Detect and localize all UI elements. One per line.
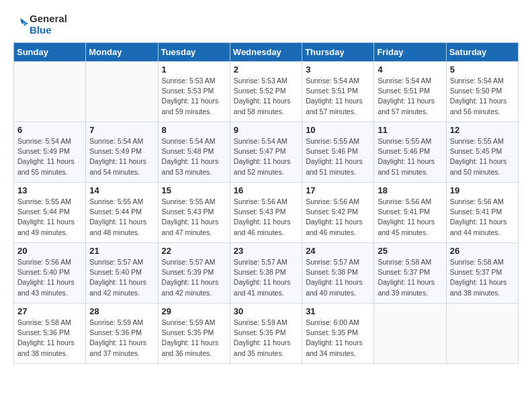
day-number: 28 <box>89 306 154 316</box>
day-info: Sunrise: 5:57 AM Sunset: 5:39 PM Dayligh… <box>162 257 226 298</box>
logo-blue: Blue <box>30 25 67 36</box>
day-of-week-header: Friday <box>374 43 446 62</box>
calendar-week-row: 6Sunrise: 5:54 AM Sunset: 5:49 PM Daylig… <box>14 122 519 183</box>
day-of-week-header: Thursday <box>302 43 374 62</box>
day-number: 3 <box>306 64 370 75</box>
day-number: 19 <box>450 185 515 195</box>
calendar-week-row: 13Sunrise: 5:55 AM Sunset: 5:44 PM Dayli… <box>14 183 519 243</box>
calendar-cell: 7Sunrise: 5:54 AM Sunset: 5:49 PM Daylig… <box>86 122 158 183</box>
day-info: Sunrise: 5:56 AM Sunset: 5:43 PM Dayligh… <box>234 197 298 238</box>
calendar-cell <box>14 62 86 122</box>
calendar-cell: 15Sunrise: 5:55 AM Sunset: 5:43 PM Dayli… <box>158 183 230 243</box>
calendar-cell: 1Sunrise: 5:53 AM Sunset: 5:53 PM Daylig… <box>158 62 230 122</box>
calendar-cell: 6Sunrise: 5:54 AM Sunset: 5:49 PM Daylig… <box>14 122 86 183</box>
day-of-week-header: Tuesday <box>158 43 230 62</box>
calendar-cell: 17Sunrise: 5:56 AM Sunset: 5:42 PM Dayli… <box>302 183 374 243</box>
day-number: 17 <box>306 185 370 195</box>
day-info: Sunrise: 5:58 AM Sunset: 5:36 PM Dayligh… <box>17 318 82 359</box>
calendar-cell: 5Sunrise: 5:54 AM Sunset: 5:50 PM Daylig… <box>446 62 518 122</box>
day-number: 20 <box>17 246 82 256</box>
calendar-cell: 13Sunrise: 5:55 AM Sunset: 5:44 PM Dayli… <box>14 183 86 243</box>
day-number: 12 <box>450 125 515 135</box>
calendar-week-row: 27Sunrise: 5:58 AM Sunset: 5:36 PM Dayli… <box>14 304 519 364</box>
day-number: 2 <box>234 64 298 75</box>
calendar-week-row: 1Sunrise: 5:53 AM Sunset: 5:53 PM Daylig… <box>14 62 519 122</box>
day-info: Sunrise: 5:57 AM Sunset: 5:38 PM Dayligh… <box>306 257 370 298</box>
calendar-cell: 22Sunrise: 5:57 AM Sunset: 5:39 PM Dayli… <box>158 243 230 304</box>
day-info: Sunrise: 5:59 AM Sunset: 5:35 PM Dayligh… <box>234 318 298 359</box>
calendar-cell: 29Sunrise: 5:59 AM Sunset: 5:35 PM Dayli… <box>158 304 230 364</box>
day-number: 5 <box>450 64 515 75</box>
calendar-cell: 21Sunrise: 5:57 AM Sunset: 5:40 PM Dayli… <box>86 243 158 304</box>
day-info: Sunrise: 5:54 AM Sunset: 5:50 PM Dayligh… <box>450 76 515 117</box>
day-info: Sunrise: 5:54 AM Sunset: 5:51 PM Dayligh… <box>306 76 370 117</box>
day-number: 23 <box>234 246 298 256</box>
calendar-cell <box>446 304 518 364</box>
calendar-cell: 28Sunrise: 5:59 AM Sunset: 5:36 PM Dayli… <box>86 304 158 364</box>
day-number: 21 <box>89 246 154 256</box>
day-info: Sunrise: 5:55 AM Sunset: 5:44 PM Dayligh… <box>17 197 82 238</box>
calendar-week-row: 20Sunrise: 5:56 AM Sunset: 5:40 PM Dayli… <box>14 243 519 304</box>
calendar-cell: 25Sunrise: 5:58 AM Sunset: 5:37 PM Dayli… <box>374 243 446 304</box>
calendar-cell: 3Sunrise: 5:54 AM Sunset: 5:51 PM Daylig… <box>302 62 374 122</box>
day-info: Sunrise: 5:55 AM Sunset: 5:44 PM Dayligh… <box>89 197 154 238</box>
day-info: Sunrise: 5:53 AM Sunset: 5:53 PM Dayligh… <box>162 76 226 117</box>
calendar-cell: 16Sunrise: 5:56 AM Sunset: 5:43 PM Dayli… <box>230 183 302 243</box>
day-info: Sunrise: 5:54 AM Sunset: 5:47 PM Dayligh… <box>234 136 298 177</box>
calendar-cell: 8Sunrise: 5:54 AM Sunset: 5:48 PM Daylig… <box>158 122 230 183</box>
calendar-cell: 30Sunrise: 5:59 AM Sunset: 5:35 PM Dayli… <box>230 304 302 364</box>
day-number: 4 <box>378 64 442 75</box>
day-info: Sunrise: 5:55 AM Sunset: 5:46 PM Dayligh… <box>378 136 442 177</box>
calendar-cell: 31Sunrise: 6:00 AM Sunset: 5:35 PM Dayli… <box>302 304 374 364</box>
day-number: 7 <box>89 125 154 135</box>
day-info: Sunrise: 5:59 AM Sunset: 5:35 PM Dayligh… <box>162 318 226 359</box>
day-number: 30 <box>234 306 298 316</box>
calendar-body: 1Sunrise: 5:53 AM Sunset: 5:53 PM Daylig… <box>14 62 519 364</box>
day-info: Sunrise: 5:55 AM Sunset: 5:45 PM Dayligh… <box>450 136 515 177</box>
calendar-cell: 20Sunrise: 5:56 AM Sunset: 5:40 PM Dayli… <box>14 243 86 304</box>
calendar-cell: 10Sunrise: 5:55 AM Sunset: 5:46 PM Dayli… <box>302 122 374 183</box>
day-number: 15 <box>162 185 226 195</box>
day-of-week-header: Saturday <box>446 43 518 62</box>
day-number: 1 <box>162 64 226 75</box>
day-info: Sunrise: 5:54 AM Sunset: 5:51 PM Dayligh… <box>378 76 442 117</box>
day-number: 26 <box>450 246 515 256</box>
day-number: 10 <box>306 125 370 135</box>
day-number: 29 <box>162 306 226 316</box>
day-info: Sunrise: 5:55 AM Sunset: 5:46 PM Dayligh… <box>306 136 370 177</box>
calendar-cell <box>86 62 158 122</box>
day-info: Sunrise: 5:54 AM Sunset: 5:48 PM Dayligh… <box>162 136 226 177</box>
calendar-cell: 4Sunrise: 5:54 AM Sunset: 5:51 PM Daylig… <box>374 62 446 122</box>
day-number: 27 <box>17 306 82 316</box>
day-of-week-header: Wednesday <box>230 43 302 62</box>
calendar-cell: 24Sunrise: 5:57 AM Sunset: 5:38 PM Dayli… <box>302 243 374 304</box>
day-info: Sunrise: 5:57 AM Sunset: 5:38 PM Dayligh… <box>234 257 298 298</box>
day-number: 6 <box>17 125 82 135</box>
day-number: 25 <box>378 246 442 256</box>
day-info: Sunrise: 5:58 AM Sunset: 5:37 PM Dayligh… <box>378 257 442 298</box>
day-info: Sunrise: 5:54 AM Sunset: 5:49 PM Dayligh… <box>89 136 154 177</box>
calendar-cell: 14Sunrise: 5:55 AM Sunset: 5:44 PM Dayli… <box>86 183 158 243</box>
calendar-cell: 11Sunrise: 5:55 AM Sunset: 5:46 PM Dayli… <box>374 122 446 183</box>
day-number: 18 <box>378 185 442 195</box>
calendar-cell: 19Sunrise: 5:56 AM Sunset: 5:41 PM Dayli… <box>446 183 518 243</box>
day-number: 14 <box>89 185 154 195</box>
day-info: Sunrise: 5:56 AM Sunset: 5:40 PM Dayligh… <box>17 257 82 298</box>
day-info: Sunrise: 6:00 AM Sunset: 5:35 PM Dayligh… <box>306 318 370 359</box>
calendar-cell: 26Sunrise: 5:58 AM Sunset: 5:37 PM Dayli… <box>446 243 518 304</box>
day-info: Sunrise: 5:57 AM Sunset: 5:40 PM Dayligh… <box>89 257 154 298</box>
day-info: Sunrise: 5:53 AM Sunset: 5:52 PM Dayligh… <box>234 76 298 117</box>
calendar-cell: 18Sunrise: 5:56 AM Sunset: 5:41 PM Dayli… <box>374 183 446 243</box>
page-header: General Blue <box>13 13 519 36</box>
logo-bird-icon <box>13 15 28 34</box>
calendar-cell <box>374 304 446 364</box>
calendar-cell: 23Sunrise: 5:57 AM Sunset: 5:38 PM Dayli… <box>230 243 302 304</box>
day-info: Sunrise: 5:55 AM Sunset: 5:43 PM Dayligh… <box>162 197 226 238</box>
day-info: Sunrise: 5:56 AM Sunset: 5:41 PM Dayligh… <box>450 197 515 238</box>
calendar-cell: 12Sunrise: 5:55 AM Sunset: 5:45 PM Dayli… <box>446 122 518 183</box>
day-number: 22 <box>162 246 226 256</box>
calendar-cell: 27Sunrise: 5:58 AM Sunset: 5:36 PM Dayli… <box>14 304 86 364</box>
day-number: 8 <box>162 125 226 135</box>
day-info: Sunrise: 5:56 AM Sunset: 5:42 PM Dayligh… <box>306 197 370 238</box>
svg-marker-1 <box>23 21 28 26</box>
